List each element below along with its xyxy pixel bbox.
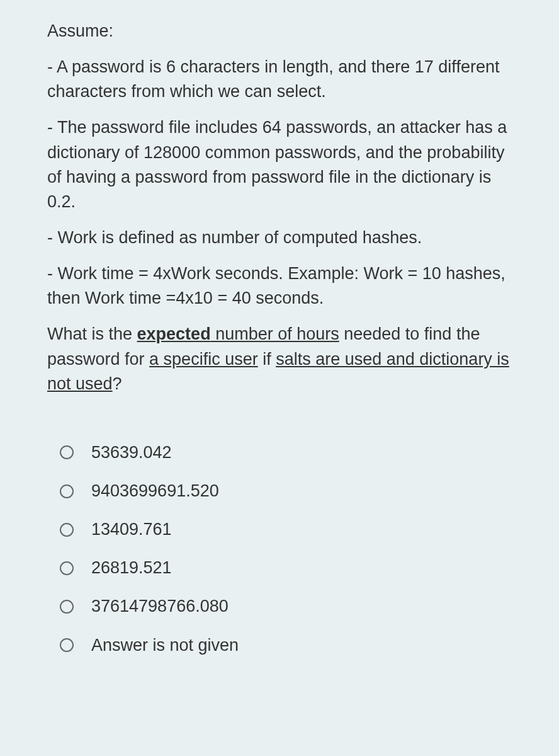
- option-row-3[interactable]: 26819.521: [60, 556, 512, 580]
- option-row-4[interactable]: 37614798766.080: [60, 594, 512, 619]
- answer-options: 53639.042 9403699691.520 13409.761 26819…: [47, 440, 512, 658]
- question-text: What is the expected number of hours nee…: [47, 322, 512, 396]
- option-row-1[interactable]: 9403699691.520: [60, 479, 512, 503]
- option-label-2: 13409.761: [91, 517, 172, 542]
- radio-icon[interactable]: [60, 484, 74, 498]
- option-label-1: 9403699691.520: [91, 479, 219, 503]
- option-label-5: Answer is not given: [91, 633, 239, 658]
- option-row-2[interactable]: 13409.761: [60, 517, 512, 542]
- option-label-0: 53639.042: [91, 440, 172, 465]
- question-expected: expected: [137, 324, 211, 343]
- question-prefix: What is the: [47, 324, 137, 343]
- assumption-4: - Work time = 4xWork seconds. Example: W…: [47, 261, 512, 311]
- radio-icon[interactable]: [60, 600, 74, 614]
- option-label-3: 26819.521: [91, 556, 172, 580]
- question-suffix: ?: [113, 374, 122, 393]
- assumption-3: - Work is defined as number of computed …: [47, 226, 512, 250]
- option-label-4: 37614798766.080: [91, 594, 229, 619]
- question-mid2: if: [258, 350, 276, 369]
- option-row-0[interactable]: 53639.042: [60, 440, 512, 465]
- radio-icon[interactable]: [60, 445, 74, 459]
- assume-heading: Assume:: [47, 19, 512, 43]
- assumption-1: - A password is 6 characters in length, …: [47, 55, 512, 104]
- question-specific-user: a specific user: [149, 350, 258, 369]
- radio-icon[interactable]: [60, 561, 74, 575]
- radio-icon[interactable]: [60, 638, 74, 652]
- question-hours: number of hours: [211, 324, 339, 343]
- assumption-2: - The password file includes 64 password…: [47, 115, 512, 214]
- radio-icon[interactable]: [60, 523, 74, 537]
- option-row-5[interactable]: Answer is not given: [60, 633, 512, 658]
